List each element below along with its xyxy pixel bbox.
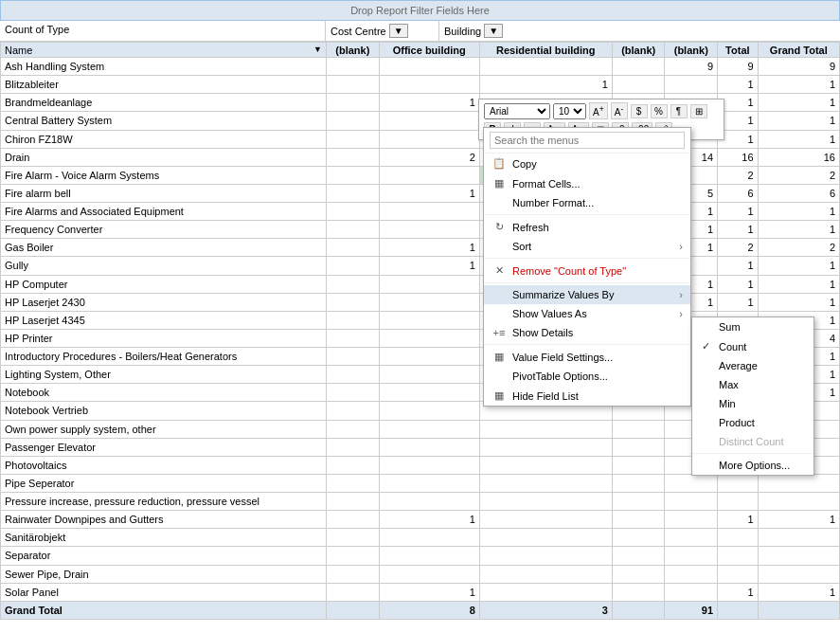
row-blank2-cell[interactable] bbox=[612, 565, 665, 583]
row-blank3-cell[interactable]: 9 bbox=[665, 58, 718, 76]
row-blank-cell[interactable] bbox=[327, 58, 380, 76]
row-blank-cell[interactable] bbox=[327, 311, 380, 329]
row-blank-cell[interactable] bbox=[327, 565, 380, 583]
row-office-cell[interactable] bbox=[379, 58, 479, 76]
row-name-cell[interactable]: Gully bbox=[1, 257, 327, 275]
row-grand-cell[interactable]: 9 bbox=[758, 58, 839, 76]
row-blank2-cell[interactable] bbox=[612, 529, 665, 547]
row-blank2-cell[interactable] bbox=[612, 420, 665, 438]
menu-item-show-values[interactable]: Show Values As › bbox=[484, 304, 690, 323]
row-total-cell[interactable] bbox=[718, 547, 759, 565]
row-total-cell[interactable]: 2 bbox=[718, 166, 759, 184]
row-name-cell[interactable]: Sanitärobjekt bbox=[1, 529, 327, 547]
row-name-cell[interactable]: Blitzableiter bbox=[1, 76, 327, 94]
row-blank-cell[interactable] bbox=[327, 203, 380, 221]
row-blank-cell[interactable] bbox=[327, 94, 380, 112]
row-blank-cell[interactable] bbox=[327, 293, 380, 311]
row-blank-cell[interactable] bbox=[327, 474, 380, 492]
row-name-cell[interactable]: Photovoltaics bbox=[1, 456, 327, 474]
row-total-cell[interactable] bbox=[718, 565, 759, 583]
row-name-cell[interactable]: Fire Alarms and Associated Equipment bbox=[1, 203, 327, 221]
row-office-cell[interactable] bbox=[379, 456, 479, 474]
submenu-item-product[interactable]: Product bbox=[692, 413, 813, 432]
row-office-cell[interactable]: 2 bbox=[379, 148, 479, 166]
row-blank-cell[interactable] bbox=[327, 257, 380, 275]
row-blank2-cell[interactable] bbox=[612, 438, 665, 456]
row-grand-cell[interactable] bbox=[758, 529, 839, 547]
row-name-cell[interactable]: Notebook Vertrieb bbox=[1, 402, 327, 420]
row-blank3-cell[interactable] bbox=[665, 565, 718, 583]
row-total-cell[interactable]: 6 bbox=[718, 184, 759, 202]
row-office-cell[interactable] bbox=[379, 366, 479, 384]
row-grand-cell[interactable]: 1 bbox=[758, 112, 839, 130]
row-office-cell[interactable]: 1 bbox=[379, 257, 479, 275]
row-office-cell[interactable]: 1 bbox=[379, 184, 479, 202]
row-blank2-cell[interactable] bbox=[612, 511, 665, 529]
row-grand-cell[interactable]: 1 bbox=[758, 257, 839, 275]
row-office-cell[interactable] bbox=[379, 565, 479, 583]
row-office-cell[interactable] bbox=[379, 112, 479, 130]
dollar-btn[interactable]: $ bbox=[631, 104, 648, 118]
row-total-cell[interactable] bbox=[718, 474, 759, 492]
submenu-item-distinct-count[interactable]: Distinct Count bbox=[692, 432, 813, 451]
row-total-cell[interactable]: 1 bbox=[718, 583, 759, 601]
row-blank-cell[interactable] bbox=[327, 130, 380, 148]
grow-font-btn[interactable]: A+ bbox=[589, 102, 608, 119]
cost-centre-header[interactable]: Cost Centre ▼ bbox=[326, 21, 439, 41]
row-office-cell[interactable]: 1 bbox=[379, 94, 479, 112]
row-office-cell[interactable] bbox=[379, 203, 479, 221]
row-grand-cell[interactable]: 1 bbox=[758, 76, 839, 94]
menu-item-pivot-options[interactable]: PivotTable Options... bbox=[484, 367, 690, 386]
row-office-cell[interactable] bbox=[379, 275, 479, 293]
row-name-cell[interactable]: Gas Boiler bbox=[1, 239, 327, 257]
row-office-cell[interactable] bbox=[379, 329, 479, 347]
row-blank-cell[interactable] bbox=[327, 76, 380, 94]
row-blank3-cell[interactable] bbox=[665, 511, 718, 529]
row-blank3-cell[interactable] bbox=[665, 529, 718, 547]
row-grand-cell[interactable] bbox=[758, 547, 839, 565]
submenu-item-max[interactable]: Max bbox=[692, 375, 813, 394]
menu-item-value-field[interactable]: ▦ Value Field Settings... bbox=[484, 347, 690, 367]
row-residential-cell[interactable] bbox=[479, 474, 612, 492]
row-office-cell[interactable] bbox=[379, 384, 479, 402]
row-blank2-cell[interactable] bbox=[612, 547, 665, 565]
row-name-cell[interactable]: Passenger Elevator bbox=[1, 438, 327, 456]
row-total-cell[interactable] bbox=[718, 493, 759, 511]
row-blank-cell[interactable] bbox=[327, 239, 380, 257]
row-blank2-cell[interactable] bbox=[612, 583, 665, 601]
row-office-cell[interactable] bbox=[379, 348, 479, 366]
row-residential-cell[interactable] bbox=[479, 547, 612, 565]
row-name-cell[interactable]: HP Laserjet 2430 bbox=[1, 293, 327, 311]
row-name-cell[interactable]: Lighting System, Other bbox=[1, 366, 327, 384]
context-menu-search-input[interactable] bbox=[490, 132, 685, 149]
menu-item-summarize[interactable]: Summarize Values By › bbox=[484, 285, 690, 304]
row-grand-cell[interactable] bbox=[758, 493, 839, 511]
row-office-cell[interactable] bbox=[379, 474, 479, 492]
row-total-cell[interactable]: 1 bbox=[718, 221, 759, 239]
row-total-cell[interactable]: 1 bbox=[718, 293, 759, 311]
row-blank-cell[interactable] bbox=[327, 511, 380, 529]
row-office-cell[interactable] bbox=[379, 420, 479, 438]
row-grand-cell[interactable]: 6 bbox=[758, 184, 839, 202]
row-blank-cell[interactable] bbox=[327, 456, 380, 474]
row-blank-cell[interactable] bbox=[327, 275, 380, 293]
row-total-cell[interactable]: 1 bbox=[718, 257, 759, 275]
row-name-cell[interactable]: Frequency Converter bbox=[1, 221, 327, 239]
row-residential-cell[interactable] bbox=[479, 583, 612, 601]
row-name-cell[interactable]: Rainwater Downpipes and Gutters bbox=[1, 511, 327, 529]
menu-item-sort[interactable]: Sort › bbox=[484, 237, 690, 256]
row-total-cell[interactable]: 1 bbox=[718, 76, 759, 94]
submenu-item-average[interactable]: Average bbox=[692, 356, 813, 375]
row-blank3-cell[interactable] bbox=[665, 76, 718, 94]
row-office-cell[interactable] bbox=[379, 166, 479, 184]
row-residential-cell[interactable] bbox=[479, 420, 612, 438]
row-grand-cell[interactable] bbox=[758, 474, 839, 492]
row-name-cell[interactable]: Brandmeldeanlage bbox=[1, 94, 327, 112]
row-name-cell[interactable]: Drain bbox=[1, 148, 327, 166]
row-office-cell[interactable] bbox=[379, 438, 479, 456]
row-grand-cell[interactable]: 1 bbox=[758, 511, 839, 529]
row-name-cell[interactable]: Pipe Seperator bbox=[1, 474, 327, 492]
row-grand-cell[interactable] bbox=[758, 565, 839, 583]
row-total-cell[interactable] bbox=[718, 529, 759, 547]
row-grand-cell[interactable]: 1 bbox=[758, 583, 839, 601]
